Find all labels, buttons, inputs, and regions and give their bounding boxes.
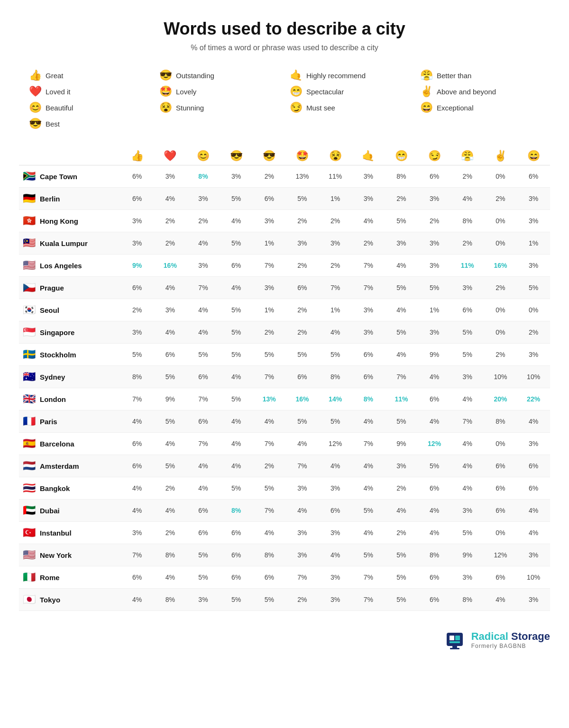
column-header: 🤙 [352, 147, 385, 165]
data-cell: 2% [187, 210, 220, 232]
data-cell: 0% [484, 232, 517, 255]
data-cell: 6% [187, 500, 220, 522]
data-cell: 2% [451, 165, 484, 188]
data-cell: 4% [120, 500, 154, 522]
data-cell: 1% [418, 299, 451, 321]
data-cell: 5% [220, 299, 253, 321]
data-cell: 5% [253, 589, 286, 611]
city-name: Paris [40, 418, 57, 426]
data-cell: 5% [385, 589, 418, 611]
data-cell: 5% [451, 321, 484, 344]
city-cell: 🇺🇸Los Angeles [19, 255, 120, 277]
table-row: 🇹🇷Instanbul3%2%6%6%4%3%3%4%2%4%5%0%4% [19, 522, 550, 544]
data-cell: 5% [154, 410, 187, 433]
data-cell: 4% [451, 388, 484, 410]
data-cell: 5% [220, 188, 253, 210]
data-cell: 4% [253, 410, 286, 433]
legend-emoji: ❤️ [28, 85, 42, 98]
data-cell: 4% [385, 255, 418, 277]
table-row: 🇪🇸Barcelona6%4%7%4%7%4%12%7%9%12%4%0%3% [19, 433, 550, 455]
data-cell: 8% [352, 388, 385, 410]
data-cell: 6% [120, 566, 154, 589]
flag: 🇺🇸 [23, 259, 36, 272]
data-cell: 11% [385, 388, 418, 410]
data-cell: 4% [154, 566, 187, 589]
table-row: 🇰🇷Seoul2%3%4%5%1%2%1%3%4%1%6%0%0% [19, 299, 550, 321]
legend-item: 😏Must see [289, 101, 410, 114]
data-cell: 4% [154, 433, 187, 455]
data-cell: 3% [286, 232, 319, 255]
logo-icon [443, 628, 467, 652]
data-cell: 6% [517, 477, 550, 500]
data-cell: 4% [352, 455, 385, 477]
flag: 🇨🇿 [23, 282, 36, 294]
table-row: 🇮🇹Rome6%4%5%6%6%7%3%7%5%6%3%6%10% [19, 566, 550, 589]
data-cell: 4% [319, 455, 352, 477]
data-cell: 7% [352, 255, 385, 277]
data-cell: 2% [385, 477, 418, 500]
data-cell: 8% [484, 410, 517, 433]
data-cell: 2% [286, 321, 319, 344]
legend-item: 😤Better than [420, 69, 541, 82]
data-cell: 4% [220, 410, 253, 433]
data-cell: 2% [154, 522, 187, 544]
data-cell: 5% [385, 277, 418, 299]
data-cell: 16% [484, 255, 517, 277]
legend-emoji: 😊 [28, 101, 42, 114]
flag: 🇮🇹 [23, 571, 36, 583]
data-cell: 6% [220, 522, 253, 544]
data-cell: 5% [253, 344, 286, 366]
data-cell: 2% [517, 321, 550, 344]
data-cell: 4% [187, 455, 220, 477]
column-header: 😄 [517, 147, 550, 165]
flag: 🇪🇸 [23, 437, 36, 450]
data-cell: 4% [418, 366, 451, 388]
data-cell: 8% [451, 589, 484, 611]
data-cell: 4% [187, 321, 220, 344]
data-cell: 5% [418, 277, 451, 299]
legend-item: 😵Stunning [159, 101, 280, 114]
data-cell: 12% [484, 544, 517, 566]
data-cell: 8% [120, 366, 154, 388]
data-cell: 4% [154, 500, 187, 522]
data-cell: 1% [253, 299, 286, 321]
data-cell: 3% [517, 589, 550, 611]
city-cell: 🇪🇸Barcelona [19, 433, 120, 455]
table-row: 🇩🇪Berlin6%4%3%5%6%5%1%3%2%3%4%2%3% [19, 188, 550, 210]
data-cell: 3% [319, 477, 352, 500]
data-cell: 5% [352, 544, 385, 566]
data-cell: 3% [451, 277, 484, 299]
data-cell: 14% [319, 388, 352, 410]
data-cell: 4% [418, 522, 451, 544]
data-cell: 8% [220, 500, 253, 522]
data-cell: 0% [484, 299, 517, 321]
data-cell: 6% [220, 255, 253, 277]
data-cell: 3% [352, 321, 385, 344]
svg-rect-4 [452, 646, 457, 648]
footer: Radical Storage Formerly BAGBNB [19, 628, 550, 652]
data-cell: 3% [120, 522, 154, 544]
table-row: 🇦🇺Sydney8%5%6%4%7%6%8%6%7%4%3%10%10% [19, 366, 550, 388]
table-row: 🇿🇦Cape Town6%3%8%3%2%13%11%3%8%6%2%0%6% [19, 165, 550, 188]
column-header: 😎 [253, 147, 286, 165]
data-cell: 3% [385, 232, 418, 255]
city-cell: 🇭🇰Hong Kong [19, 210, 120, 232]
data-cell: 4% [484, 589, 517, 611]
legend-label: Must see [306, 104, 335, 112]
data-cell: 4% [220, 366, 253, 388]
data-cell: 16% [286, 388, 319, 410]
data-cell: 6% [319, 500, 352, 522]
data-cell: 4% [352, 410, 385, 433]
legend-label: Beautiful [46, 104, 73, 112]
data-cell: 20% [484, 388, 517, 410]
data-cell: 6% [286, 277, 319, 299]
table-row: 🇳🇱Amsterdam6%5%4%4%2%7%4%4%3%5%4%6%6% [19, 455, 550, 477]
data-cell: 8% [154, 544, 187, 566]
svg-rect-3 [450, 641, 460, 643]
legend-emoji: 🤩 [159, 85, 172, 98]
data-cell: 2% [286, 255, 319, 277]
data-cell: 13% [286, 165, 319, 188]
data-cell: 5% [319, 410, 352, 433]
data-cell: 5% [154, 455, 187, 477]
column-header: 😤 [451, 147, 484, 165]
